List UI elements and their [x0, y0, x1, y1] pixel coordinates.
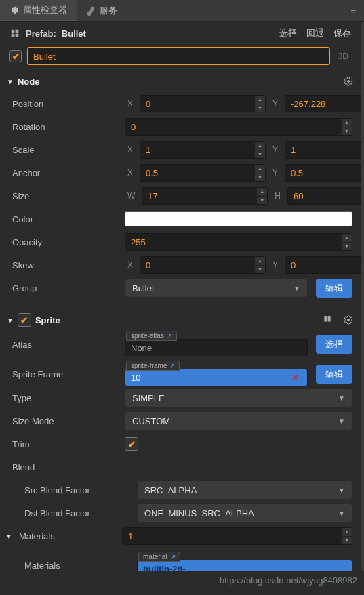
color-picker[interactable] [125, 211, 352, 226]
tab-bar: 属性检查器 服务 ≡ [0, 0, 364, 22]
position-row: Position X ▲▼ Y ▲▼ [12, 92, 352, 115]
node-gear-icon[interactable] [343, 76, 354, 87]
anchor-y-input[interactable] [285, 164, 364, 182]
atlas-row: Atlas sprite-atlas↗ None 选择 [12, 332, 352, 356]
materials-row: ▼ Materials ▲▼ [12, 525, 352, 548]
sprite-section-header[interactable]: ▼ Sprite [0, 309, 361, 331]
srcblend-row: Src Blend Factor SRC_ALPHA▼ [12, 478, 352, 501]
scale-x-input[interactable] [140, 141, 266, 159]
sprite-gear-icon[interactable] [343, 314, 354, 325]
tab-inspector[interactable]: 属性检查器 [0, 0, 77, 21]
anchor-x-input[interactable] [140, 164, 266, 182]
prefab-actions: 选择 回退 保存 [279, 27, 351, 39]
materials-item-label: Materials [12, 560, 133, 571]
node-enabled-checkbox[interactable] [9, 50, 22, 62]
svg-point-0 [347, 80, 350, 83]
scale-row: Scale X ▲▼ Y ▲▼ [12, 138, 352, 161]
chevron-down-icon: ▼ [338, 487, 345, 494]
revert-button[interactable]: 回退 [306, 27, 324, 39]
position-y-input[interactable] [285, 95, 364, 112]
atlas-asset[interactable]: None [125, 339, 308, 356]
skew-row: Skew X ▲▼ Y ▲▼ [12, 253, 352, 276]
dimension-toggle[interactable]: 3D [336, 52, 351, 61]
group-edit-button[interactable]: 编辑 [316, 279, 352, 298]
srcblend-label: Src Blend Factor [12, 485, 133, 495]
rotation-label: Rotation [12, 122, 121, 132]
spriteframe-row: Sprite Frame sprite-frame↗ 10✕ 编辑 [12, 362, 352, 386]
node-name-input[interactable] [27, 47, 330, 65]
prefab-name: Bullet [62, 28, 86, 39]
save-button[interactable]: 保存 [333, 27, 351, 39]
trim-row: Trim [12, 432, 352, 455]
atlas-tag: sprite-atlas↗ [126, 331, 177, 341]
skew-x-input[interactable] [140, 256, 266, 274]
material-tag: material↗ [138, 552, 180, 562]
name-row: 3D [0, 45, 361, 72]
atlas-select-button[interactable]: 选择 [316, 335, 352, 354]
trim-label: Trim [12, 439, 121, 449]
sizemode-label: Size Mode [12, 416, 121, 426]
spinner[interactable]: ▲▼ [254, 96, 265, 112]
caret-down-icon: ▼ [7, 78, 14, 85]
dstblend-select[interactable]: ONE_MINUS_SRC_ALPHA▼ [137, 504, 352, 522]
opacity-input[interactable] [125, 233, 352, 251]
size-row: Size W ▲▼ H ▲▼ [12, 184, 352, 207]
size-h-input[interactable] [287, 187, 364, 205]
atlas-label: Atlas [12, 340, 121, 350]
sprite-enabled-checkbox[interactable] [18, 313, 31, 327]
rotation-input[interactable] [125, 118, 352, 136]
caret-down-icon[interactable]: ▼ [5, 533, 12, 540]
rotation-row: Rotation ▲▼ [12, 115, 352, 138]
node-section-header[interactable]: ▼ Node [0, 72, 361, 91]
type-select[interactable]: SIMPLE▼ [125, 388, 352, 407]
tab-services[interactable]: 服务 [77, 0, 127, 21]
select-button[interactable]: 选择 [279, 27, 297, 39]
scale-label: Scale [12, 145, 121, 155]
blend-label: Blend [12, 462, 121, 472]
spriteframe-asset[interactable]: 10✕ [125, 369, 308, 386]
sprite-section-body: Atlas sprite-atlas↗ None 选择 Sprite Frame… [0, 331, 361, 571]
spriteframe-edit-button[interactable]: 编辑 [316, 365, 352, 384]
node-section-body: Position X ▲▼ Y ▲▼ Rotation ▲▼ Scale X ▲… [0, 91, 361, 302]
spriteframe-tag: sprite-frame↗ [126, 361, 180, 371]
gear-icon [9, 5, 19, 15]
sizemode-select[interactable]: CUSTOM▼ [125, 411, 352, 430]
materials-label: Materials [19, 531, 118, 541]
prefab-label: Prefab: [26, 28, 56, 39]
clear-icon[interactable]: ✕ [289, 373, 302, 383]
tab-services-label: 服务 [100, 5, 117, 17]
materials-count-input[interactable] [122, 527, 352, 545]
watermark: https://blog.csdn.net/wjysg8408982 [220, 575, 357, 586]
spinner[interactable]: ▲▼ [341, 119, 352, 135]
materials-item-row: Materials material↗ builtin-2d- [12, 553, 352, 571]
opacity-row: Opacity ▲▼ [12, 230, 352, 253]
position-x-input[interactable] [140, 95, 266, 112]
trim-checkbox[interactable] [125, 437, 138, 451]
chevron-down-icon: ▼ [338, 394, 345, 402]
axis-y-label: Y [270, 99, 281, 108]
external-icon: ↗ [167, 332, 172, 340]
size-label: Size [12, 191, 121, 201]
color-label: Color [12, 214, 121, 224]
svg-point-1 [347, 319, 350, 321]
scale-y-input[interactable] [285, 141, 364, 159]
menu-icon[interactable]: ≡ [342, 5, 364, 16]
size-w-input[interactable] [142, 187, 268, 205]
caret-down-icon: ▼ [7, 316, 14, 324]
tab-inspector-label: 属性检查器 [23, 4, 67, 16]
prefab-icon [9, 28, 20, 39]
dstblend-row: Dst Blend Factor ONE_MINUS_SRC_ALPHA▼ [12, 501, 352, 525]
chevron-down-icon: ▼ [338, 417, 345, 425]
type-label: Type [12, 393, 121, 403]
srcblend-select[interactable]: SRC_ALPHA▼ [137, 480, 352, 499]
anchor-label: Anchor [12, 168, 121, 178]
group-select[interactable]: Bullet▼ [125, 279, 308, 298]
group-row: Group Bullet▼ 编辑 [12, 276, 352, 300]
skew-y-input[interactable] [285, 256, 364, 274]
docs-icon[interactable] [323, 314, 333, 325]
external-icon: ↗ [169, 362, 175, 369]
sizemode-row: Size Mode CUSTOM▼ [12, 409, 352, 432]
chevron-down-icon: ▼ [294, 285, 300, 292]
group-label: Group [12, 283, 121, 293]
axis-x-label: X [125, 99, 136, 108]
